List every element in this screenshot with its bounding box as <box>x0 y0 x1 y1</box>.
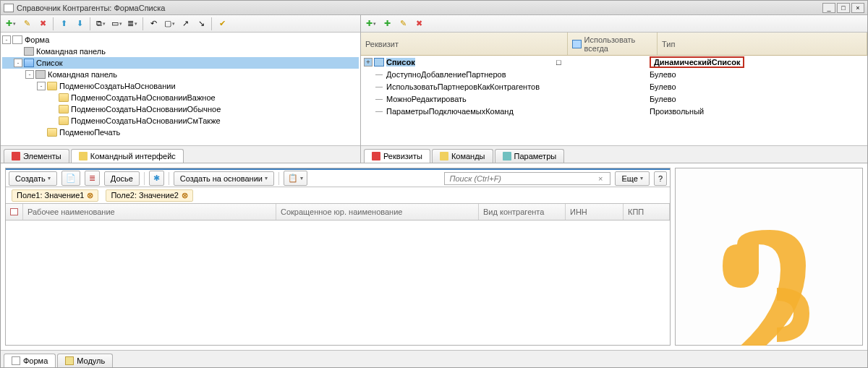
tree-row[interactable]: -ПодменюСоздатьНаОсновании <box>2 80 359 92</box>
tab-elements[interactable]: Элементы <box>4 149 69 163</box>
list-button[interactable]: ≣ <box>125 17 140 31</box>
search-box[interactable]: × <box>444 172 610 185</box>
grid-col-shortname[interactable]: Сокращенное юр. наименование <box>276 204 479 220</box>
expand-icon[interactable]: - <box>14 59 22 67</box>
attributes-pane: ✚ ✚ ✎ ✖ Реквизит Использовать всегда Тип… <box>361 15 867 163</box>
cmd-icon <box>24 47 34 56</box>
tree-row[interactable]: ПодменюСоздатьНаОснованииСмТакже <box>2 115 359 127</box>
graph-button[interactable]: ✱ <box>149 171 164 186</box>
list-item-button[interactable]: ≣ <box>85 171 100 186</box>
folder-icon <box>59 93 69 102</box>
add-button[interactable]: ✚ <box>4 17 18 31</box>
undo-button[interactable]: ↶ <box>146 17 161 31</box>
edit-button[interactable]: ✎ <box>20 17 34 31</box>
minimize-button[interactable]: _ <box>822 3 835 13</box>
folder-icon <box>59 105 69 114</box>
print-button[interactable]: 📋▾ <box>284 171 307 186</box>
elements-tree[interactable]: -ФормаКомандная панель-Список-Командная … <box>1 33 360 145</box>
expand-icon[interactable]: + <box>364 58 373 67</box>
delete-attr-button[interactable]: ✖ <box>412 17 426 31</box>
expand-icon[interactable]: - <box>2 35 11 44</box>
preview-toolbar: Создать▾ 📄 ≣ Досье ✱ Создать на основани… <box>6 168 670 187</box>
search-input[interactable] <box>449 174 595 183</box>
create-based-button[interactable]: Создать на основании ▾ <box>174 171 274 186</box>
collapse-button[interactable]: ↘ <box>194 17 208 31</box>
tree-row[interactable]: ПодменюСоздатьНаОснованииВажное <box>2 92 359 103</box>
grid-col-type[interactable]: Вид контрагента <box>479 204 566 220</box>
move-up-button[interactable]: ⬆ <box>56 17 71 31</box>
form-icon <box>12 35 22 44</box>
help-button[interactable]: ? <box>654 171 667 186</box>
field-button[interactable]: ▢ <box>162 17 176 31</box>
copy-button[interactable]: ⧉ <box>93 17 108 31</box>
view-button[interactable]: ▭ <box>109 17 124 31</box>
create-button[interactable]: Создать▾ <box>9 171 57 186</box>
copy-item-button[interactable]: 📄 <box>61 171 80 186</box>
add-attr-button[interactable]: ✚ <box>364 17 378 31</box>
tree-row[interactable]: -Командная панель <box>2 69 359 80</box>
attr-use: □ <box>556 58 647 67</box>
attr-row[interactable]: —ДоступноДобавлениеПартнеровБулево <box>361 68 867 80</box>
tree-label: Форма <box>25 35 49 44</box>
filter-row: Поле1: Значение1⊗ Поле2: Значение2⊗ <box>6 187 670 203</box>
move-down-button[interactable]: ⬇ <box>72 17 87 31</box>
filter-chip-2[interactable]: Поле2: Значение2⊗ <box>106 189 192 202</box>
grid-body[interactable] <box>6 221 670 345</box>
attr-row[interactable]: —ПараметрыПодключаемыхКомандПроизвольный <box>361 105 867 117</box>
left-toolbar: ✚ ✎ ✖ ⬆ ⬇ ⧉ ▭ ≣ ↶ ▢ ↗ ↘ ✔ <box>1 15 360 33</box>
attr-row[interactable]: —ИспользоватьПартнеровКакКонтрагентовБул… <box>361 80 867 93</box>
tab-requisites[interactable]: Реквизиты <box>364 149 430 163</box>
tree-row[interactable]: ПодменюПечать <box>2 127 359 138</box>
col-use-always[interactable]: Использовать всегда <box>568 33 658 55</box>
tab-command-interface[interactable]: Командный интерфейс <box>71 149 184 163</box>
attr-name-label: ДоступноДобавлениеПартнеров <box>386 70 506 79</box>
tab-form[interactable]: Форма <box>4 354 56 367</box>
bottom-tabs: Форма Модуль <box>1 350 867 367</box>
check-button[interactable]: ✔ <box>215 17 229 31</box>
grid-col-workname[interactable]: Рабочее наименование <box>23 204 276 220</box>
tree-label: ПодменюСоздатьНаОснованииСмТакже <box>71 116 221 125</box>
attr-name-label: ПараметрыПодключаемыхКоманд <box>386 107 514 116</box>
grid-col-inn[interactable]: ИНН <box>566 204 624 220</box>
col-requisite[interactable]: Реквизит <box>361 33 568 55</box>
tree-label: ПодменюСоздатьНаОснованииВажное <box>71 93 216 102</box>
add-col-button[interactable]: ✚ <box>380 17 394 31</box>
filter-close-2[interactable]: ⊗ <box>182 191 188 200</box>
delete-button[interactable]: ✖ <box>35 17 50 31</box>
attr-row[interactable]: —МожноРедактироватьБулево <box>361 93 867 105</box>
tab-params[interactable]: Параметры <box>495 149 565 163</box>
col-type[interactable]: Тип <box>658 33 867 55</box>
attr-name-label: МожноРедактировать <box>386 95 467 103</box>
filter-close-1[interactable]: ⊗ <box>87 191 93 200</box>
expand-icon[interactable]: - <box>37 82 46 90</box>
window-title: Справочник Контрагенты: ФормаСписка <box>17 4 822 12</box>
attr-icon: — <box>374 107 384 116</box>
attr-icon: — <box>374 82 384 91</box>
expand-button[interactable]: ↗ <box>178 17 192 31</box>
tree-label: ПодменюСоздатьНаОснованииОбычное <box>71 105 221 114</box>
tree-row[interactable]: Командная панель <box>2 46 359 57</box>
tree-row[interactable]: -Список <box>2 57 359 69</box>
tree-row[interactable]: ПодменюСоздатьНаОснованииОбычное <box>2 103 359 115</box>
close-button[interactable]: × <box>851 3 864 13</box>
attr-row[interactable]: +Список□ДинамическийСписок <box>361 56 867 68</box>
folder-icon <box>47 82 57 90</box>
tree-row[interactable]: -Форма <box>2 34 359 46</box>
maximize-button[interactable]: □ <box>837 3 850 13</box>
tab-commands[interactable]: Команды <box>432 149 493 163</box>
grid-col-icon[interactable] <box>6 204 23 220</box>
attr-type: Булево <box>647 82 867 91</box>
filter-chip-1[interactable]: Поле1: Значение1⊗ <box>12 189 98 202</box>
more-button[interactable]: Еще ▾ <box>615 171 649 186</box>
dossier-button[interactable]: Досье <box>104 171 140 186</box>
grid-col-kpp[interactable]: КПП <box>624 204 670 220</box>
attr-type: Произвольный <box>647 107 867 116</box>
grid-header: Рабочее наименование Сокращенное юр. наи… <box>6 203 670 221</box>
folder-icon <box>47 128 57 137</box>
side-panel <box>675 168 863 346</box>
search-clear-button[interactable]: × <box>595 174 605 183</box>
tab-module[interactable]: Модуль <box>57 354 113 367</box>
edit-attr-button[interactable]: ✎ <box>396 17 410 31</box>
attr-list[interactable]: +Список□ДинамическийСписок—ДоступноДобав… <box>361 56 867 145</box>
expand-icon[interactable]: - <box>25 70 34 79</box>
